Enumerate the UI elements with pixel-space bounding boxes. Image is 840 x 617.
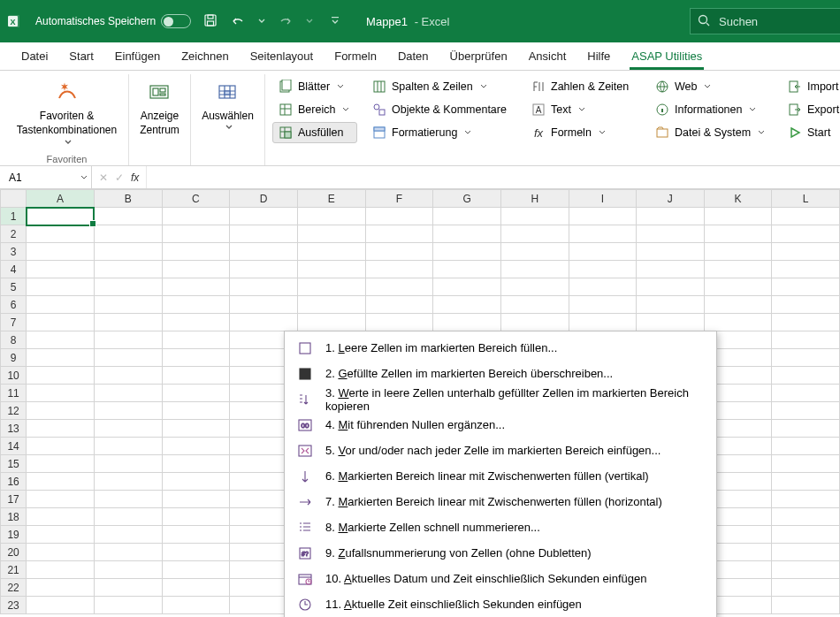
cell-L11[interactable] — [772, 385, 840, 402]
cell-C8[interactable] — [162, 331, 230, 349]
cell-J4[interactable] — [637, 261, 705, 278]
search-box[interactable]: Suchen — [690, 8, 840, 34]
anzeige-zentrum-button[interactable]: Anzeige Zentrum — [136, 76, 183, 140]
cell-B5[interactable] — [94, 278, 162, 296]
cell-L9[interactable] — [772, 349, 840, 367]
cell-E7[interactable] — [297, 314, 365, 331]
row-header-10[interactable]: 10 — [1, 367, 27, 385]
col-header-K[interactable]: K — [704, 190, 772, 208]
row-header-18[interactable]: 18 — [1, 508, 27, 526]
col-header-D[interactable]: D — [230, 190, 298, 208]
spalten-zeilen-button[interactable]: Spalten & Zeilen — [366, 76, 516, 97]
col-header-J[interactable]: J — [637, 190, 705, 208]
cell-L22[interactable] — [772, 579, 840, 597]
cell-L2[interactable] — [772, 225, 840, 243]
web-button[interactable]: Web — [649, 76, 773, 97]
cell-C23[interactable] — [162, 597, 230, 614]
col-header-E[interactable]: E — [297, 190, 365, 208]
select-all-corner[interactable] — [1, 190, 27, 208]
row-header-3[interactable]: 3 — [1, 243, 27, 261]
cell-A2[interactable] — [27, 225, 95, 243]
cell-L23[interactable] — [772, 597, 840, 614]
cell-G3[interactable] — [433, 243, 501, 261]
cell-C5[interactable] — [162, 278, 230, 296]
cell-L10[interactable] — [772, 367, 840, 385]
cell-K5[interactable] — [704, 278, 772, 296]
undo-dropdown-icon[interactable] — [258, 15, 265, 27]
row-header-13[interactable]: 13 — [1, 420, 27, 438]
cell-K4[interactable] — [704, 261, 772, 278]
cell-A14[interactable] — [27, 438, 95, 455]
cell-C16[interactable] — [162, 473, 230, 491]
cell-B12[interactable] — [94, 402, 162, 420]
cell-I3[interactable] — [569, 243, 636, 261]
redo-dropdown-icon[interactable] — [306, 15, 313, 27]
cell-A23[interactable] — [27, 597, 95, 614]
col-header-I[interactable]: I — [569, 190, 636, 208]
menu-item-11[interactable]: 11. Aktuelle Zeit einschließlich Sekunde… — [285, 591, 716, 617]
cell-C18[interactable] — [162, 508, 230, 526]
cell-L13[interactable] — [772, 420, 840, 438]
cell-F6[interactable] — [365, 296, 433, 314]
cell-L4[interactable] — [772, 261, 840, 278]
cell-I1[interactable] — [569, 208, 636, 225]
favorites-button[interactable]: Favoriten & Tastenkombinationen — [12, 76, 121, 152]
informationen-button[interactable]: Informationen — [649, 99, 773, 120]
cell-B21[interactable] — [94, 561, 162, 579]
cell-G5[interactable] — [433, 278, 501, 296]
row-header-11[interactable]: 11 — [1, 385, 27, 402]
cell-C2[interactable] — [162, 225, 230, 243]
cell-A5[interactable] — [27, 278, 95, 296]
cell-B10[interactable] — [94, 367, 162, 385]
cell-L8[interactable] — [772, 331, 840, 349]
cell-G1[interactable] — [433, 208, 501, 225]
cell-A21[interactable] — [27, 561, 95, 579]
cell-A17[interactable] — [27, 491, 95, 508]
tab-einfügen[interactable]: Einfügen — [104, 44, 171, 70]
cell-C10[interactable] — [162, 367, 230, 385]
cell-A1[interactable] — [27, 208, 95, 225]
row-header-7[interactable]: 7 — [1, 314, 27, 331]
cell-C11[interactable] — [162, 385, 230, 402]
cell-A12[interactable] — [27, 402, 95, 420]
cell-L5[interactable] — [772, 278, 840, 296]
cell-F4[interactable] — [365, 261, 433, 278]
row-header-12[interactable]: 12 — [1, 402, 27, 420]
cell-E1[interactable] — [297, 208, 365, 225]
cell-H7[interactable] — [500, 314, 569, 331]
menu-item-10[interactable]: 10. Aktuelles Datum und Zeit einschließl… — [285, 566, 716, 591]
tab-zeichnen[interactable]: Zeichnen — [171, 44, 239, 70]
cell-B2[interactable] — [94, 225, 162, 243]
cell-A8[interactable] — [27, 331, 95, 349]
cell-C6[interactable] — [162, 296, 230, 314]
menu-item-1[interactable]: 1. Leere Zellen im markierten Bereich fü… — [285, 335, 716, 361]
menu-item-8[interactable]: 8. Markierte Zellen schnell nummerieren.… — [285, 514, 716, 540]
cell-C9[interactable] — [162, 349, 230, 367]
cell-H2[interactable] — [500, 225, 569, 243]
cell-L20[interactable] — [772, 544, 840, 561]
start-button[interactable]: Start — [782, 122, 840, 143]
cell-E5[interactable] — [297, 278, 365, 296]
cell-L3[interactable] — [772, 243, 840, 261]
menu-item-6[interactable]: 6. Markierten Bereich linear mit Zwische… — [285, 463, 716, 489]
cell-C1[interactable] — [162, 208, 230, 225]
text-button[interactable]: AText — [525, 99, 640, 120]
row-header-4[interactable]: 4 — [1, 261, 27, 278]
cell-I7[interactable] — [569, 314, 636, 331]
cell-F1[interactable] — [365, 208, 433, 225]
datei-system-button[interactable]: Datei & System — [649, 122, 773, 143]
cell-L19[interactable] — [772, 526, 840, 544]
row-header-2[interactable]: 2 — [1, 225, 27, 243]
row-header-22[interactable]: 22 — [1, 579, 27, 597]
row-header-21[interactable]: 21 — [1, 561, 27, 579]
cell-E2[interactable] — [297, 225, 365, 243]
cell-F3[interactable] — [365, 243, 433, 261]
confirm-icon[interactable]: ✓ — [115, 171, 124, 184]
cell-A15[interactable] — [27, 455, 95, 473]
tab-start[interactable]: Start — [58, 44, 103, 70]
cell-B14[interactable] — [94, 438, 162, 455]
row-header-8[interactable]: 8 — [1, 331, 27, 349]
cell-H5[interactable] — [500, 278, 569, 296]
cell-A19[interactable] — [27, 526, 95, 544]
cell-C4[interactable] — [162, 261, 230, 278]
